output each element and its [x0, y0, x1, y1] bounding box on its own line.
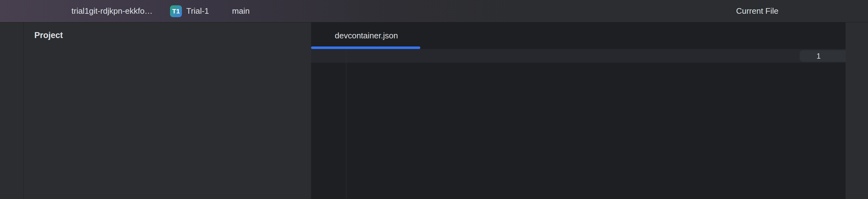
project-switcher[interactable]: Trial-1	[186, 6, 209, 16]
editor-tab-bar: devcontainer.json	[311, 23, 845, 49]
workspace-name[interactable]: trial1git-rdjkpn-ekkfo…	[71, 6, 153, 16]
window-controls	[8, 8, 41, 15]
close-window-button[interactable]	[8, 8, 15, 15]
workspace-terminal-icon	[57, 6, 67, 16]
devcontainer-cube-icon	[321, 31, 331, 40]
minimize-window-button[interactable]	[21, 8, 28, 15]
project-panel-title[interactable]: Project	[34, 31, 63, 40]
account-badge[interactable]: T1	[170, 5, 182, 17]
active-tab-indicator	[311, 46, 420, 49]
zoom-window-button[interactable]	[34, 8, 41, 15]
right-tool-strip	[845, 23, 868, 199]
tab-label: devcontainer.json	[335, 31, 398, 40]
project-tool-window: Project	[24, 23, 311, 199]
gutter-separator	[346, 49, 346, 199]
left-tool-strip	[0, 23, 24, 199]
branch-name[interactable]: main	[232, 6, 250, 16]
title-bar: trial1git-rdjkpn-ekkfo… T1 Trial-1 main …	[0, 0, 868, 23]
project-panel-header: Project	[24, 23, 311, 48]
inspection-count: 1	[816, 52, 820, 61]
tab-devcontainer-json[interactable]: devcontainer.json	[311, 23, 406, 49]
inspection-status-icon	[804, 51, 813, 61]
editor-area[interactable]: devcontainer.json 1	[311, 23, 845, 199]
caret-line-highlight	[311, 49, 845, 63]
inspections-widget[interactable]: 1	[800, 50, 845, 62]
run-configuration[interactable]: Current File	[736, 6, 778, 16]
